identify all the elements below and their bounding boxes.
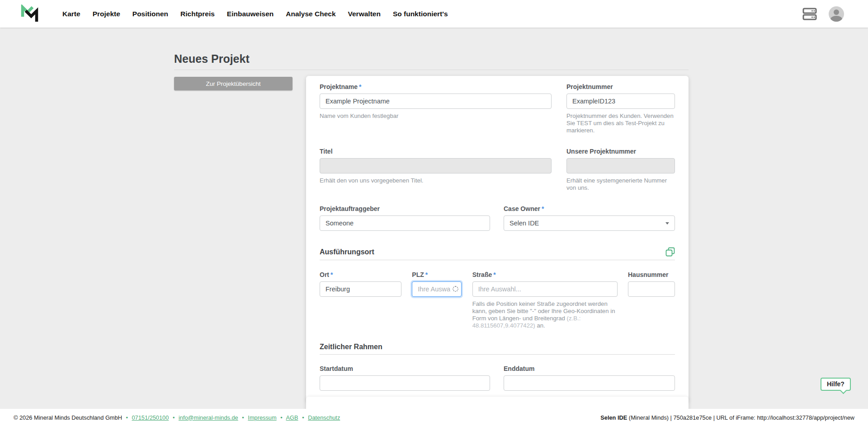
mineral-minds-logo[interactable] — [20, 5, 41, 23]
avatar-head — [834, 9, 839, 15]
titel-helper: Erhält den von uns vorgegebenen Titel. — [320, 177, 552, 184]
required-asterisk: * — [330, 271, 333, 278]
nav-item-projekte[interactable]: Projekte — [93, 10, 120, 18]
footer-email-link[interactable]: info@mineral-minds.de — [179, 414, 238, 421]
main-nav: Karte Projekte Positionen Richtpreis Ein… — [62, 10, 460, 18]
required-asterisk: * — [359, 83, 361, 90]
server-stack-icon[interactable] — [802, 7, 817, 21]
footer-agb-link[interactable]: AGB — [286, 414, 298, 421]
field-plz: PLZ* — [412, 271, 462, 329]
field-projektnummer: Projektnummer Projektnummer des Kunden. … — [566, 83, 675, 134]
next-form-card-partial — [306, 397, 689, 409]
navbar-right — [802, 6, 844, 22]
footer-phone-link[interactable]: 07151/250100 — [132, 414, 169, 421]
row-datum: Startdatum Enddatum — [320, 365, 675, 391]
footer-session-details: (Mineral Minds) | 750a281e75ce | URL of … — [627, 414, 854, 421]
titel-label: Titel — [320, 148, 552, 155]
plz-input-wrapper — [412, 281, 462, 297]
help-button[interactable]: Hilfe? — [821, 378, 851, 391]
unsere-projektnummer-input — [566, 158, 675, 173]
footer-separator: • — [280, 414, 282, 421]
titel-input — [320, 158, 552, 173]
case-owner-value: Selen IDE — [509, 220, 539, 227]
footer-separator: • — [242, 414, 244, 421]
field-ort: Ort* — [320, 271, 401, 329]
unsere-projektnummer-helper: Erhält eine systemgenerierte Nummer von … — [566, 177, 675, 192]
footer-impressum-link[interactable]: Impressum — [248, 414, 276, 421]
field-hausnummer: Hausnummer — [628, 271, 675, 329]
logo-m-icon — [20, 5, 41, 23]
top-navbar: Karte Projekte Positionen Richtpreis Ein… — [0, 0, 868, 28]
projektnummer-input[interactable] — [566, 94, 675, 109]
page-header: Neues Projekt — [174, 52, 689, 70]
ausfuehrungsort-heading: Ausführungsort — [320, 248, 374, 256]
field-case-owner: Case Owner* Selen IDE — [504, 205, 675, 231]
nav-item-so-funktionierts[interactable]: So funktioniert's — [393, 10, 448, 18]
section-ausfuehrungsort: Ausführungsort — [320, 247, 675, 260]
projektauftraggeber-input[interactable] — [320, 215, 490, 231]
page-title: Neues Projekt — [174, 52, 689, 66]
case-owner-label: Case Owner* — [504, 205, 675, 213]
ort-input[interactable] — [320, 281, 401, 297]
hausnummer-label: Hausnummer — [628, 271, 675, 279]
required-asterisk: * — [425, 271, 428, 278]
field-projektauftraggeber: Projektauftraggeber — [320, 205, 490, 231]
zeitlicher-rahmen-heading: Zeitlicher Rahmen — [320, 343, 382, 351]
field-strasse: Straße* Falls die Position keiner Straße… — [472, 271, 618, 329]
ort-label: Ort* — [320, 271, 401, 279]
strasse-input[interactable] — [472, 281, 618, 297]
copy-location-button[interactable] — [665, 247, 675, 257]
copy-icon — [665, 247, 675, 257]
nav-item-karte[interactable]: Karte — [62, 10, 80, 18]
project-overview-button[interactable]: Zur Projektübersicht — [174, 77, 292, 90]
required-asterisk: * — [493, 271, 495, 278]
startdatum-input[interactable] — [320, 375, 490, 391]
field-projektname: Projektname* Name vom Kunden festlegbar — [320, 83, 552, 134]
projektnummer-label: Projektnummer — [566, 83, 675, 91]
page-content: Neues Projekt Zur Projektübersicht Proje… — [0, 28, 868, 409]
unsere-projektnummer-label: Unsere Projektnummer — [566, 148, 675, 155]
footer-session-user: Selen IDE — [600, 414, 627, 421]
new-project-form-card: Projektname* Name vom Kunden festlegbar … — [306, 76, 689, 402]
required-asterisk: * — [542, 205, 544, 212]
user-avatar-icon[interactable] — [829, 6, 844, 22]
nav-item-einbauweisen[interactable]: Einbauweisen — [227, 10, 274, 18]
hausnummer-input[interactable] — [628, 281, 675, 297]
help-bubble-tail — [840, 387, 847, 394]
footer-separator: • — [126, 414, 127, 421]
footer-left: © 2026 Mineral Minds Deutschland GmbH • … — [14, 414, 340, 421]
page-footer: © 2026 Mineral Minds Deutschland GmbH • … — [0, 409, 868, 426]
startdatum-label: Startdatum — [320, 365, 490, 373]
nav-item-richtpreis[interactable]: Richtpreis — [180, 10, 215, 18]
projektname-input[interactable] — [320, 94, 552, 109]
footer-datenschutz-link[interactable]: Datenschutz — [308, 414, 340, 421]
plz-label: PLZ* — [412, 271, 462, 279]
field-enddatum: Enddatum — [504, 365, 675, 391]
projektauftraggeber-label: Projektauftraggeber — [320, 205, 490, 213]
field-unsere-projektnummer: Unsere Projektnummer Erhält eine systemg… — [566, 148, 675, 192]
nav-item-verwalten[interactable]: Verwalten — [348, 10, 381, 18]
field-titel: Titel Erhält den von uns vorgegebenen Ti… — [320, 148, 552, 192]
help-button-label: Hilfe? — [827, 380, 844, 388]
enddatum-input[interactable] — [504, 375, 675, 391]
section-zeitlicher-rahmen: Zeitlicher Rahmen — [320, 343, 675, 355]
case-owner-select[interactable]: Selen IDE — [504, 215, 675, 231]
projektnummer-helper: Projektnummer des Kunden. Verwenden Sie … — [566, 112, 675, 134]
row-auftraggeber-caseowner: Projektauftraggeber Case Owner* Selen ID… — [320, 205, 675, 231]
enddatum-label: Enddatum — [504, 365, 675, 373]
row-projektname-projektnummer: Projektname* Name vom Kunden festlegbar … — [320, 83, 675, 134]
footer-session-info: Selen IDE (Mineral Minds) | 750a281e75ce… — [600, 414, 854, 421]
field-startdatum: Startdatum — [320, 365, 490, 391]
strasse-label: Straße* — [472, 271, 618, 279]
nav-item-analyse-check[interactable]: Analyse Check — [286, 10, 335, 18]
chevron-down-icon — [665, 222, 669, 225]
footer-separator: • — [302, 414, 304, 421]
avatar-body — [830, 16, 842, 22]
footer-separator: • — [173, 414, 175, 421]
row-adresse: Ort* PLZ* Straße* Falls die Position kei… — [320, 271, 675, 329]
projektname-helper: Name vom Kunden festlegbar — [320, 112, 552, 120]
footer-copyright: © 2026 Mineral Minds Deutschland GmbH — [14, 414, 122, 421]
nav-item-positionen[interactable]: Positionen — [132, 10, 168, 18]
row-titel-unsere-projektnummer: Titel Erhält den von uns vorgegebenen Ti… — [320, 148, 675, 192]
strasse-helper: Falls die Position keiner Straße zugeord… — [472, 300, 618, 329]
